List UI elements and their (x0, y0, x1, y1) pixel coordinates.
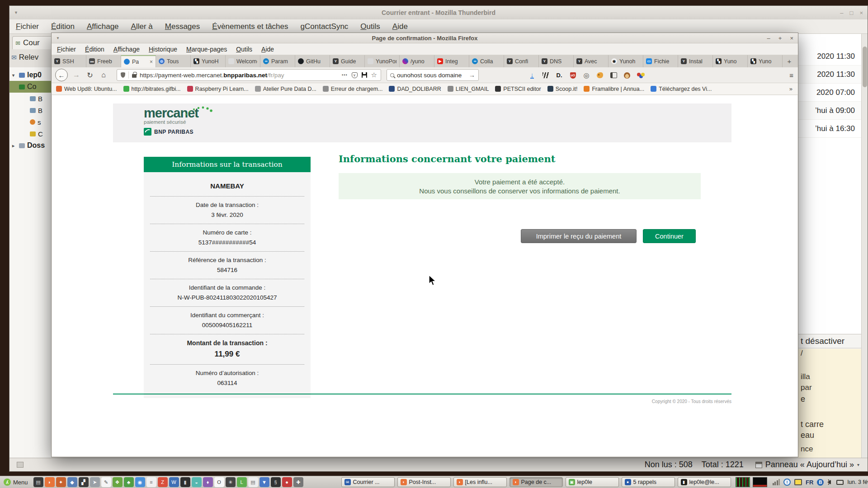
taskbar-app-icon[interactable]: ♣ (124, 477, 134, 487)
keyboard-layout-indicator[interactable]: FR (806, 479, 813, 486)
twisty-icon[interactable]: ▸ (12, 143, 17, 148)
browser-tab[interactable]: ▚ Yuno × (713, 55, 748, 67)
bookmark-item[interactable]: Erreur de chargem... (323, 86, 383, 92)
message-row[interactable]: 2020 07:00 (798, 84, 861, 102)
taskbar-window-button[interactable]: ◗ [Les influ... (453, 477, 507, 487)
taskbar-app-icon[interactable]: ≡ (146, 477, 156, 487)
thunderbird-menu-item[interactable]: Aide (392, 22, 408, 31)
back-button[interactable]: ← (55, 69, 68, 81)
update-manager-icon[interactable]: ! (783, 479, 791, 486)
taskbar-app-icon[interactable]: L (237, 477, 247, 487)
thunderbird-menu-item[interactable]: Évènements et tâches (212, 22, 288, 31)
browser-tab[interactable]: Y Confi × (504, 55, 539, 67)
taskbar-app-icon[interactable]: ▞ (79, 477, 89, 487)
thunderbird-menu-item[interactable]: Aller à (131, 22, 153, 31)
continue-button[interactable]: Continuer (643, 229, 696, 243)
firefox-menu-item[interactable]: Édition (85, 46, 104, 53)
window-control-icon[interactable]: – (840, 9, 843, 16)
search-input[interactable]: ounohost sous domaine (397, 72, 466, 79)
today-panel-button[interactable]: Panneau « Aujourd’hui » ▾ (755, 460, 863, 469)
taskbar-app-icon[interactable]: ✦ (56, 477, 66, 487)
browser-tab[interactable]: ▚ Yuno × (748, 55, 783, 67)
thunderbird-menu-item[interactable]: gContactSync (301, 22, 349, 31)
bookmark-item[interactable]: http://bitrates.gifbi... (123, 86, 181, 92)
browser-tab[interactable]: Pa × (121, 55, 156, 67)
browser-tab[interactable]: ▚ YunoH × (191, 55, 226, 67)
forward-button[interactable]: → (70, 69, 83, 81)
folder-item[interactable]: C (9, 128, 52, 140)
browser-tab[interactable]: YunoPorts × (365, 55, 400, 67)
print-receipt-button[interactable]: Imprimer le reçu du paiement (521, 229, 637, 243)
firefox-menu-item[interactable]: Historique (149, 46, 177, 53)
folder-item[interactable]: ▾ lep0 (9, 69, 52, 81)
taskbar-app-icon[interactable]: ▤ (248, 477, 258, 487)
taskbar-app-icon[interactable]: O (214, 477, 224, 487)
net-graph-icon[interactable] (753, 477, 767, 487)
browser-tab[interactable]: GitHu × (295, 55, 330, 67)
folder-item[interactable]: B (9, 104, 52, 116)
download-icon[interactable]: ↓ (525, 72, 539, 79)
save-page-icon[interactable] (362, 72, 367, 78)
battery-icon[interactable] (836, 480, 844, 485)
bookmark-star-icon[interactable]: ☆ (371, 71, 377, 79)
taskbar-window-button[interactable]: ◗ Page de c... (509, 477, 563, 487)
thunderbird-menu-item[interactable]: Édition (51, 22, 75, 31)
browser-tab[interactable]: ▬ Freeb × (86, 55, 121, 67)
juggler-icon[interactable] (634, 73, 647, 78)
bookmark-item[interactable]: Téléchargez des Vi... (651, 86, 712, 92)
taskbar-app-icon[interactable]: ✳ (226, 477, 236, 487)
folder-item[interactable]: ▸ Doss (9, 140, 52, 151)
home-button[interactable]: ⌂ (97, 69, 110, 81)
thunderbird-titlebar[interactable]: ▼ Courrier entrant - Mozilla Thunderbird… (9, 6, 868, 19)
taskbar-window-button[interactable]: ✉ Courrier ... (341, 477, 395, 487)
taskbar-app-icon[interactable]: ▮ (180, 477, 190, 487)
search-go-icon[interactable]: → (469, 71, 475, 79)
library-icon[interactable] (539, 72, 552, 78)
firefox-menu-item[interactable]: Affichage (113, 46, 140, 53)
browser-tab[interactable]: Y Guide × (330, 55, 365, 67)
browser-tab[interactable]: Y SSH × (52, 55, 86, 67)
taskbar-window-button[interactable]: ● 5 rappels (622, 477, 675, 487)
notification-bar-fragment[interactable]: t désactiver (798, 334, 861, 348)
thunderbird-menu-item[interactable]: Messages (165, 22, 200, 31)
taskbar-app-icon[interactable]: ◒ (192, 477, 202, 487)
get-messages-button[interactable]: ✉ Relev (11, 53, 52, 62)
bookmark-item[interactable]: Framalibre | Annua... (584, 86, 644, 92)
message-row[interactable]: 2020 11:30 (798, 47, 861, 66)
url-text[interactable]: https://payment-web.mercanet.bnpparibas.… (140, 72, 339, 79)
search-bar[interactable]: ounohost sous domaine → (387, 69, 479, 81)
taskbar-app-icon[interactable]: ➤ (90, 477, 100, 487)
tab-close-icon[interactable]: × (150, 59, 153, 65)
browser-tab[interactable]: Welcome × (226, 55, 260, 67)
bluetooth-icon[interactable]: B (817, 479, 824, 486)
taskbar-app-icon[interactable]: ◆ (67, 477, 77, 487)
message-row[interactable]: 2020 11:30 (798, 66, 861, 84)
window-control-icon[interactable]: – (767, 35, 770, 42)
menu-icon[interactable]: ≡ (789, 67, 793, 83)
browser-tab[interactable]: /yuno × (400, 55, 434, 67)
new-tab-button[interactable]: + (783, 55, 796, 67)
thunderbird-tab-inbox[interactable]: ✉ Cour (12, 36, 52, 49)
twisty-icon[interactable]: ▾ (12, 73, 17, 78)
target-icon[interactable]: ◎ (580, 71, 593, 80)
bookmark-item[interactable]: Web Upd8: Ubuntu... (56, 86, 117, 92)
taskbar-window-button[interactable]: ◗ Post-Inst... (397, 477, 451, 487)
firefox-menu-item[interactable]: Outils (236, 46, 252, 53)
taskbar-app-icon[interactable]: ◉ (135, 477, 145, 487)
dog-icon[interactable] (593, 72, 607, 78)
message-row[interactable]: ’hui à 16:30 (798, 120, 861, 138)
browser-tab[interactable]: ∞ Param × (260, 55, 295, 67)
browser-tab[interactable]: ◍ Tous × (156, 55, 191, 67)
browser-tab[interactable]: ▶ Integ × (434, 55, 469, 67)
message-list-scrollbar[interactable] (861, 34, 868, 458)
status-icon[interactable] (17, 462, 24, 468)
window-control-icon[interactable]: □ (850, 9, 854, 16)
taskbar-window-button[interactable]: ▣ lep0le (566, 477, 619, 487)
firefox-titlebar[interactable]: ▼ Page de confirmation - Mozilla Firefox… (52, 33, 798, 43)
start-menu-button[interactable]: ʎ Menu (2, 477, 32, 488)
taskbar-app-icon[interactable]: ✎ (101, 477, 111, 487)
tracking-shield-icon[interactable] (121, 72, 125, 78)
cpu-graph-icon[interactable] (736, 477, 750, 487)
monkey-icon[interactable] (620, 72, 634, 79)
browser-tab[interactable]: ∞ Colla × (469, 55, 504, 67)
